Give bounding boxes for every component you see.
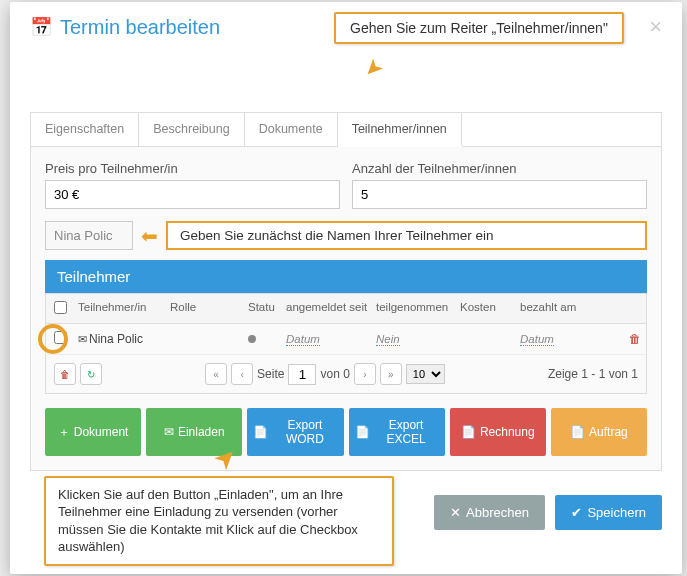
col-name[interactable]: Teilnehmer/in [74,294,166,323]
plus-icon: ＋ [58,424,70,441]
export-excel-button[interactable]: 📄Export EXCEL [349,408,445,456]
table-row[interactable]: Nina Polic Datum Nein Datum 🗑 [46,324,646,355]
arrow-icon: ➤ [358,52,389,83]
select-all-checkbox[interactable] [54,301,67,314]
tab-beschreibung[interactable]: Beschreibung [139,113,244,146]
status-dot-icon [248,335,256,343]
tab-content: Preis pro Teilnehmer/in Anzahl der Teiln… [31,147,661,470]
callout-tabs: Gehen Sie zum Reiter „Teilnehmer/innen" [334,12,624,44]
tab-teilnehmer[interactable]: Teilnehmer/innen [338,113,462,147]
page-info: Zeige 1 - 1 von 1 [548,367,638,381]
price-label: Preis pro Teilnehmer/in [45,161,340,176]
page-size-select[interactable]: 10 [406,364,445,384]
highlight-circle [38,324,68,354]
file-icon: 📄 [355,425,370,439]
calendar-icon: 📅 [30,16,52,38]
col-angem[interactable]: angemeldet seit [282,294,372,323]
col-status[interactable]: Statu [244,294,282,323]
page-input[interactable] [288,364,316,385]
tab-nav: Eigenschaften Beschreibung Dokumente Tei… [31,113,661,147]
check-icon: ✔ [571,505,582,520]
cancel-button[interactable]: ✕Abbrechen [434,495,545,530]
auftrag-button[interactable]: 📄Auftrag [551,408,647,456]
trash-icon[interactable]: 🗑 [54,363,76,385]
price-input[interactable] [45,180,340,209]
edit-appointment-modal: Gehen Sie zum Reiter „Teilnehmer/innen" … [10,2,682,574]
envelope-icon: ✉ [164,425,174,439]
col-bezahlt[interactable]: bezahlt am [516,294,624,323]
count-label: Anzahl der Teilnehmer/innen [352,161,647,176]
save-button[interactable]: ✔Speichern [555,495,662,530]
tab-dokumente[interactable]: Dokumente [245,113,338,146]
col-role[interactable]: Rolle [166,294,244,323]
page-total: von 0 [320,367,349,381]
grid-header: Teilnehmer/in Rolle Statu angemeldet sei… [46,294,646,324]
count-input[interactable] [352,180,647,209]
cell-angem[interactable]: Datum [286,333,320,346]
arrow-icon: ⬅ [141,224,158,248]
close-icon[interactable]: × [649,14,662,40]
file-icon: 📄 [461,425,476,439]
dokument-button[interactable]: ＋Dokument [45,408,141,456]
page-prev-button[interactable]: ‹ [231,363,253,385]
page-last-button[interactable]: » [380,363,402,385]
modal-body: Eigenschaften Beschreibung Dokumente Tei… [10,112,682,483]
callout-name: Geben Sie zunächst die Namen Ihrer Teiln… [166,221,647,250]
participants-grid: Teilnehmer/in Rolle Statu angemeldet sei… [45,293,647,394]
rechnung-button[interactable]: 📄Rechnung [450,408,546,456]
page-first-button[interactable]: « [205,363,227,385]
cell-teilg[interactable]: Nein [376,333,400,346]
trash-icon[interactable]: 🗑 [624,325,646,353]
cell-name: Nina Polic [89,332,143,346]
callout-einladen: Klicken Sie auf den Button „Einladen", u… [44,476,394,566]
col-kosten[interactable]: Kosten [456,294,516,323]
participant-name-input[interactable] [45,221,133,250]
pager: 🗑 ↻ « ‹ Seite von 0 › » 10 Zeige 1 - 1 v… [46,355,646,393]
file-icon: 📄 [570,425,585,439]
col-teilg[interactable]: teilgenommen [372,294,456,323]
cell-bezahlt[interactable]: Datum [520,333,554,346]
file-icon: 📄 [253,425,268,439]
action-buttons: ＋Dokument ✉Einladen 📄Export WORD 📄Export… [45,408,647,456]
panel-title: Teilnehmer [45,260,647,293]
tab-eigenschaften[interactable]: Eigenschaften [31,113,139,146]
tab-container: Eigenschaften Beschreibung Dokumente Tei… [30,112,662,471]
export-word-button[interactable]: 📄Export WORD [247,408,343,456]
page-label: Seite [257,367,284,381]
page-next-button[interactable]: › [354,363,376,385]
refresh-icon[interactable]: ↻ [80,363,102,385]
envelope-icon [78,332,89,346]
close-icon: ✕ [450,505,461,520]
